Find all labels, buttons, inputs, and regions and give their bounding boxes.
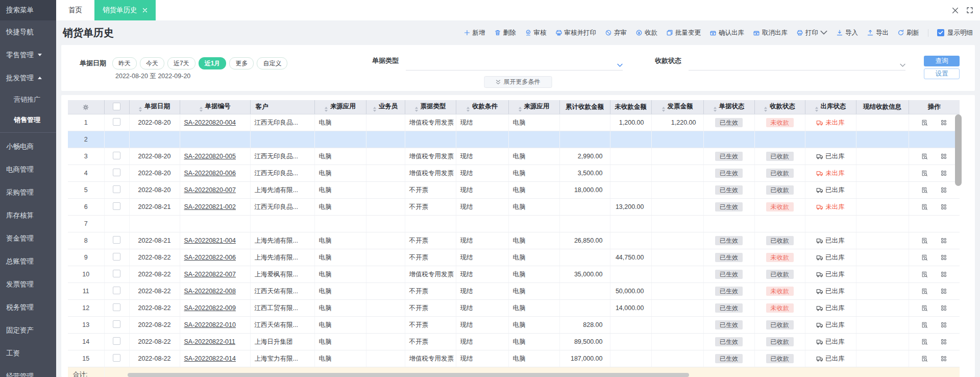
doc-code-link[interactable]: SA-20220820-006 xyxy=(184,170,236,177)
date-chip-近1月[interactable]: 近1月 xyxy=(199,57,227,69)
more-actions-icon[interactable] xyxy=(940,170,947,177)
date-chip-更多[interactable]: 更多 xyxy=(229,57,254,69)
sidebar-item-资金管理[interactable]: 资金管理 xyxy=(0,227,56,250)
more-actions-icon[interactable] xyxy=(940,237,947,244)
view-detail-icon[interactable] xyxy=(921,271,928,278)
doc-code-link[interactable]: SA-20220822-010 xyxy=(184,321,236,328)
sidebar-item-工资[interactable]: 工资 xyxy=(0,342,56,365)
column-header-invoice[interactable]: 发票金额 xyxy=(651,100,703,114)
column-header-code[interactable]: 单据编号 xyxy=(180,100,250,114)
column-header-source[interactable]: 来源应用 xyxy=(314,100,366,114)
vertical-scrollbar[interactable] xyxy=(955,114,962,186)
toolbar-button-删除[interactable]: 删除 xyxy=(494,29,516,37)
more-actions-icon[interactable] xyxy=(940,321,947,328)
more-actions-icon[interactable] xyxy=(940,338,947,345)
horizontal-scrollbar[interactable] xyxy=(128,373,689,377)
row-checkbox[interactable] xyxy=(113,303,120,311)
date-chip-昨天[interactable]: 昨天 xyxy=(112,57,137,69)
doc-code-link[interactable]: SA-20220820-004 xyxy=(184,119,236,126)
settings-button[interactable]: 设置 xyxy=(924,68,960,79)
row-checkbox[interactable] xyxy=(113,354,120,362)
row-checkbox[interactable] xyxy=(113,253,120,261)
expand-more-button[interactable]: 展开更多条件 xyxy=(484,76,552,88)
column-header-doc_status[interactable]: 单据状态 xyxy=(703,100,754,114)
sidebar-item-电商管理[interactable]: 电商管理 xyxy=(0,158,56,181)
toolbar-button-审核并打印[interactable]: 审核并打印 xyxy=(555,29,597,37)
date-chip-近7天[interactable]: 近7天 xyxy=(167,57,195,69)
column-header-pay_status[interactable]: 收款状态 xyxy=(754,100,805,114)
sidebar-item-总账管理[interactable]: 总账管理 xyxy=(0,250,56,273)
row-checkbox[interactable] xyxy=(113,185,120,193)
sidebar-item-快捷导航[interactable]: 快捷导航 xyxy=(0,20,56,43)
sidebar-item-经营管理[interactable]: 经营管理 xyxy=(0,365,56,377)
sidebar-item-零售管理[interactable]: 零售管理 xyxy=(0,43,56,66)
column-header-date[interactable]: 单据日期 xyxy=(129,100,180,114)
sidebar-item-小畅电商[interactable]: 小畅电商 xyxy=(0,135,56,158)
toolbar-button-弃审[interactable]: 弃审 xyxy=(605,29,627,37)
table-row[interactable]: 102022-08-22SA-20220822-007上海爱枫有限...电脑增值… xyxy=(68,266,960,283)
sidebar-item-营销推广[interactable]: 营销推广 xyxy=(0,89,56,110)
table-row[interactable]: 132022-08-22SA-20220822-010江西天佑有限...电脑不开… xyxy=(68,317,960,334)
more-actions-icon[interactable] xyxy=(940,304,947,312)
doc-code-link[interactable]: SA-20220821-002 xyxy=(184,203,236,210)
table-row[interactable]: 122022-08-22SA-20220822-009江西工贸有限...电脑不开… xyxy=(68,300,960,317)
toolbar-button-收款[interactable]: 收款 xyxy=(635,29,657,37)
sidebar-item-搜索菜单[interactable]: 搜索菜单 xyxy=(0,0,56,20)
doc-code-link[interactable]: SA-20220822-008 xyxy=(184,288,236,295)
sidebar-item-库存核算[interactable]: 库存核算 xyxy=(0,204,56,227)
row-checkbox[interactable] xyxy=(113,152,120,159)
sidebar-item-采购管理[interactable]: 采购管理 xyxy=(0,181,56,204)
view-detail-icon[interactable] xyxy=(921,288,928,295)
view-detail-icon[interactable] xyxy=(921,355,928,362)
table-row[interactable]: 142022-08-22SA-20220822-011上海日升集团电脑不开票现结… xyxy=(68,334,960,350)
view-detail-icon[interactable] xyxy=(921,338,928,345)
row-checkbox[interactable] xyxy=(113,169,120,176)
toolbar-button-取消出库[interactable]: 取消出库 xyxy=(753,29,788,37)
view-detail-icon[interactable] xyxy=(921,153,928,160)
row-checkbox[interactable] xyxy=(113,270,120,277)
view-detail-icon[interactable] xyxy=(921,321,928,328)
more-actions-icon[interactable] xyxy=(940,119,947,126)
doc-code-link[interactable]: SA-20220822-007 xyxy=(184,271,236,278)
sidebar-item-发票管理[interactable]: 发票管理 xyxy=(0,273,56,296)
doc-code-link[interactable]: SA-20220822-006 xyxy=(184,254,236,261)
table-row[interactable]: 62022-08-21SA-20220821-002江西无印良品...电脑不开票… xyxy=(68,199,960,216)
view-detail-icon[interactable] xyxy=(921,119,928,126)
table-row[interactable]: 12022-08-20SA-20220820-004江西无印良品...电脑增值税… xyxy=(68,114,960,131)
sidebar-item-税务管理[interactable]: 税务管理 xyxy=(0,296,56,319)
toolbar-button-审核[interactable]: 审核 xyxy=(525,29,547,37)
date-chip-今天[interactable]: 今天 xyxy=(140,57,164,69)
tab-销货单历史[interactable]: 销货单历史 xyxy=(94,0,156,20)
sidebar-item-批发管理[interactable]: 批发管理 xyxy=(0,66,56,89)
table-row[interactable]: 32022-08-20SA-20220820-005江西无印良品...电脑增值税… xyxy=(68,148,960,165)
column-header-salesman[interactable]: 业务员 xyxy=(366,100,405,114)
toolbar-button-批量变更[interactable]: 批量变更 xyxy=(666,29,701,37)
close-window-icon[interactable] xyxy=(952,7,959,14)
more-actions-icon[interactable] xyxy=(940,355,947,362)
column-header-bill_type[interactable]: 票据类型 xyxy=(405,100,456,114)
table-row[interactable]: 82022-08-21SA-20220821-004上海先浦有限...电脑不开票… xyxy=(68,232,960,249)
table-row[interactable]: 92022-08-22SA-20220822-006上海先浦有限...电脑不开票… xyxy=(68,249,960,266)
table-row[interactable]: 152022-08-22SA-20220822-014上海宝力有限...电脑增值… xyxy=(68,350,960,367)
view-detail-icon[interactable] xyxy=(921,237,928,244)
tab-close-icon[interactable] xyxy=(142,8,148,13)
more-actions-icon[interactable] xyxy=(940,186,947,194)
tab-首页[interactable]: 首页 xyxy=(56,0,94,20)
fullscreen-icon[interactable] xyxy=(967,7,973,13)
toolbar-button-确认出库[interactable]: 确认出库 xyxy=(709,29,744,37)
doc-code-link[interactable]: SA-20220822-014 xyxy=(184,355,236,362)
view-detail-icon[interactable] xyxy=(921,254,928,261)
more-actions-icon[interactable] xyxy=(940,254,947,261)
more-actions-icon[interactable] xyxy=(940,153,947,160)
view-detail-icon[interactable] xyxy=(921,304,928,312)
pay-status-select[interactable] xyxy=(689,53,905,70)
column-header-pay_cond[interactable]: 收款条件 xyxy=(456,100,508,114)
doc-code-link[interactable]: SA-20220820-005 xyxy=(184,153,236,160)
search-button[interactable]: 查询 xyxy=(924,56,960,66)
select-all-checkbox[interactable] xyxy=(113,103,120,110)
row-checkbox[interactable] xyxy=(113,337,120,345)
toolbar-button-导入[interactable]: 导入 xyxy=(836,29,858,37)
toolbar-button-导出[interactable]: 导出 xyxy=(867,29,889,37)
column-header-source2[interactable]: 来源应用 xyxy=(508,100,559,114)
row-checkbox[interactable] xyxy=(113,236,120,244)
